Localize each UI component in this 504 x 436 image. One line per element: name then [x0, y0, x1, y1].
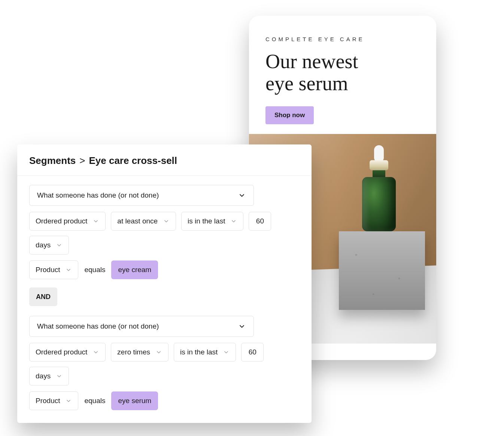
segments-header: Segments > Eye care cross-sell: [17, 144, 312, 176]
chevron-down-icon: [65, 397, 72, 404]
segments-panel: Segments > Eye care cross-sell What some…: [17, 144, 312, 423]
time-unit-select-2-label: days: [36, 372, 51, 380]
chevron-down-icon: [238, 322, 246, 330]
frequency-select-1[interactable]: at least once: [111, 212, 176, 231]
time-relation-select-2-label: is in the last: [180, 348, 218, 356]
email-title-line2: eye serum: [265, 72, 348, 95]
value-tag-2[interactable]: eye serum: [111, 391, 158, 410]
email-title: Our newest eye serum: [265, 51, 420, 95]
time-value-input-1[interactable]: 60: [249, 212, 271, 231]
chevron-down-icon: [155, 349, 162, 356]
time-relation-select-2[interactable]: is in the last: [174, 343, 236, 362]
breadcrumb-root[interactable]: Segments: [29, 155, 76, 167]
metric-select-2[interactable]: Ordered product: [29, 343, 106, 362]
chevron-down-icon: [56, 373, 63, 379]
definition-select-2-label: What someone has done (or not done): [37, 322, 159, 330]
value-tag-1[interactable]: eye cream: [111, 260, 158, 279]
chevron-down-icon: [163, 218, 170, 225]
definition-select-1-label: What someone has done (or not done): [37, 191, 159, 199]
time-relation-select-1-label: is in the last: [188, 217, 225, 225]
property-select-1-label: Product: [36, 266, 60, 274]
metric-select-1-label: Ordered product: [36, 217, 87, 225]
breadcrumb-leaf: Eye care cross-sell: [89, 155, 177, 167]
breadcrumb-separator: >: [79, 155, 85, 167]
property-select-2[interactable]: Product: [29, 391, 78, 410]
email-header: COMPLETE EYE CARE Our newest eye serum S…: [249, 16, 436, 134]
time-unit-select-1[interactable]: days: [29, 236, 69, 254]
metric-select-2-label: Ordered product: [36, 348, 87, 356]
definition-select-2[interactable]: What someone has done (or not done): [29, 316, 254, 337]
chevron-down-icon: [92, 349, 99, 356]
email-eyebrow: COMPLETE EYE CARE: [265, 36, 420, 42]
chevron-down-icon: [56, 242, 63, 249]
email-title-line1: Our newest: [265, 50, 358, 73]
property-select-1[interactable]: Product: [29, 260, 78, 279]
time-unit-select-1-label: days: [36, 241, 51, 249]
operator-label-1: equals: [84, 266, 106, 274]
breadcrumb: Segments > Eye care cross-sell: [29, 155, 300, 167]
chevron-down-icon: [238, 191, 246, 199]
hero-pedestal: [339, 231, 425, 310]
chevron-down-icon: [65, 266, 72, 273]
definition-select-1[interactable]: What someone has done (or not done): [29, 185, 254, 206]
time-unit-select-2[interactable]: days: [29, 367, 69, 385]
operator-label-2: equals: [84, 397, 106, 405]
frequency-select-1-label: at least once: [117, 217, 158, 225]
metric-select-1[interactable]: Ordered product: [29, 212, 106, 231]
property-select-2-label: Product: [36, 397, 60, 405]
segments-body: What someone has done (or not done) Orde…: [17, 176, 312, 410]
frequency-select-2[interactable]: zero times: [111, 343, 168, 362]
shop-now-button[interactable]: Shop now: [265, 106, 314, 124]
time-relation-select-1[interactable]: is in the last: [181, 212, 243, 231]
frequency-select-2-label: zero times: [117, 348, 150, 356]
chevron-down-icon: [223, 349, 230, 356]
hero-serum-bottle: [362, 145, 396, 231]
time-value-input-2[interactable]: 60: [241, 343, 264, 362]
chevron-down-icon: [230, 218, 237, 225]
chevron-down-icon: [92, 218, 99, 225]
logic-operator-and[interactable]: AND: [29, 287, 57, 306]
